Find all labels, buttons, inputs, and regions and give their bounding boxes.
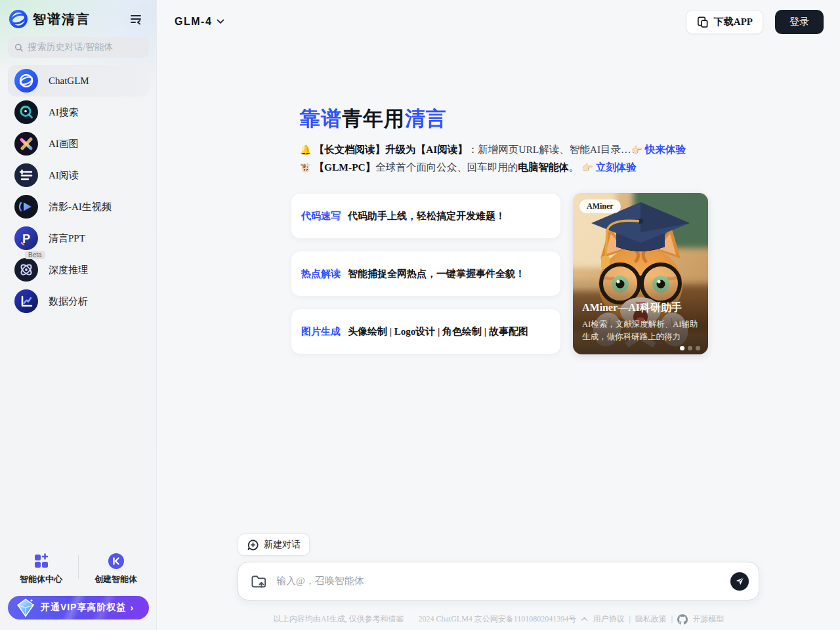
- divider: |: [671, 614, 673, 624]
- sidebar-item-label: ChatGLM: [49, 75, 89, 87]
- model-name: GLM-4: [175, 16, 212, 28]
- sidebar-item-label: AI阅读: [49, 169, 79, 182]
- ai-read-icon: [14, 163, 38, 187]
- carousel-dot-2[interactable]: [688, 346, 692, 350]
- sidebar-item-label: 清影-AI生视频: [49, 201, 112, 213]
- sidebar-item-ai-draw[interactable]: AI画图: [8, 128, 149, 159]
- chevron-down-icon: [217, 19, 224, 24]
- video-gen-icon: [14, 195, 38, 219]
- sidebar-item-ai-read[interactable]: AI阅读: [8, 159, 149, 191]
- aminer-description: AI检索，文献深度解析、AI辅助生成，做你科研路上的得力: [582, 318, 703, 343]
- card-hot-topics[interactable]: 热点解读 智能捕捉全网热点，一键掌握事件全貌！: [291, 251, 561, 297]
- announcements: 🔔【长文档阅读】升级为【AI阅读】：新增网页URL解读、智能AI目录…👉🏻快来体…: [300, 141, 726, 177]
- sidebar-item-deep-reasoning[interactable]: Beta 深度推理: [8, 254, 149, 285]
- announcement-1: 🔔【长文档阅读】升级为【AI阅读】：新增网页URL解读、智能AI目录…👉🏻快来体…: [300, 141, 726, 159]
- feature-cards: 代码速写 代码助手上线，轻松搞定开发难题！ 热点解读 智能捕捉全网热点，一键掌握…: [291, 193, 708, 354]
- github-icon[interactable]: [677, 614, 688, 625]
- chevron-up-icon[interactable]: [581, 617, 588, 621]
- privacy-link[interactable]: 隐私政策: [635, 614, 667, 625]
- vip-upgrade-banner[interactable]: 开通VIP享高阶权益 ›: [8, 596, 149, 620]
- hero-section: 靠谱青年用清言 🔔【长文档阅读】升级为【AI阅读】：新增网页URL解读、智能AI…: [300, 105, 726, 177]
- login-button[interactable]: 登录: [775, 10, 824, 34]
- deep-reasoning-icon: [14, 258, 38, 282]
- agent-center-icon: [33, 553, 50, 570]
- page-title: 靠谱青年用清言: [300, 105, 726, 133]
- bell-emoji: 🔔: [300, 145, 311, 155]
- chat-input[interactable]: [276, 576, 721, 587]
- divider: |: [629, 614, 630, 624]
- pointing-emoji: 👉🏻: [631, 145, 642, 155]
- card-tag: 热点解读: [301, 268, 341, 280]
- sidebar-header: 智谱清言: [9, 9, 147, 29]
- sidebar-item-label: 清言PPT: [49, 232, 85, 245]
- sidebar-item-label: 数据分析: [49, 295, 88, 308]
- upload-folder-icon[interactable]: [251, 574, 267, 589]
- open-source-link[interactable]: 开源模型: [692, 614, 724, 625]
- ai-search-icon: [14, 100, 38, 124]
- sidebar-item-ai-search[interactable]: AI搜索: [8, 96, 149, 128]
- aminer-title: AMiner—AI科研助手: [582, 301, 682, 315]
- download-app-label: 下载APP: [714, 16, 753, 28]
- sidebar-item-label: 深度推理: [49, 264, 88, 276]
- card-desc: 代码助手上线，轻松搞定开发难题！: [348, 210, 505, 222]
- data-analysis-icon: [14, 289, 38, 313]
- sidebar-item-qingyan-ppt[interactable]: P 清言PPT: [8, 222, 149, 254]
- ai-draw-icon: [14, 132, 38, 156]
- pointing-emoji: 👉🏻: [581, 163, 593, 173]
- sidebar-item-label: AI画图: [49, 138, 79, 150]
- new-chat-label: 新建对话: [264, 539, 301, 551]
- card-tag: 代码速写: [301, 210, 341, 222]
- brand-name: 智谱清言: [33, 10, 91, 28]
- ai-disclaimer: 以上内容均由AI生成, 仅供参考和借鉴: [274, 614, 404, 625]
- aminer-badge: AMiner: [579, 200, 621, 213]
- sidebar-bottom: 智能体中心 创建智能体: [0, 553, 157, 630]
- search-input[interactable]: [28, 42, 142, 52]
- try-now-link[interactable]: 快来体验: [645, 144, 686, 155]
- create-agent-button[interactable]: 创建智能体: [79, 553, 153, 585]
- ppt-icon: P: [14, 226, 38, 250]
- vip-label: 开通VIP享高阶权益: [41, 602, 127, 614]
- carousel-dot-1[interactable]: [680, 346, 684, 350]
- main-area: GLM-4 下载APP 登录 靠谱青年用清言 🔔【长文档阅读】升级为【AI阅: [158, 0, 840, 630]
- brand-logo[interactable]: 智谱清言: [9, 10, 91, 28]
- card-image-generation[interactable]: 图片生成 头像绘制 | Logo设计 | 角色绘制 | 故事配图: [291, 308, 561, 354]
- create-agent-icon: [108, 553, 125, 570]
- agent-center-button[interactable]: 智能体中心: [4, 553, 78, 585]
- svg-text:P: P: [22, 232, 30, 245]
- carousel-dots: [680, 346, 700, 350]
- send-button[interactable]: [730, 572, 749, 591]
- terms-link[interactable]: 用户协议: [593, 614, 624, 625]
- sidebar-item-qingying-video[interactable]: 清影-AI生视频: [8, 191, 149, 222]
- announcement-2: 🐮【GLM-PC】全球首个面向公众、回车即用的电脑智能体。 👉🏻立刻体验: [300, 159, 726, 177]
- sidebar-nav: ChatGLM AI搜索: [8, 65, 149, 317]
- sidebar-collapse-icon[interactable]: [127, 10, 144, 28]
- card-desc: 智能捕捉全网热点，一键掌握事件全貌！: [348, 268, 525, 280]
- carousel-dot-3[interactable]: [696, 346, 700, 350]
- search-icon: [14, 43, 23, 52]
- chevron-right-icon: ›: [130, 602, 133, 613]
- sidebar-item-label: AI搜索: [49, 106, 79, 119]
- gem-icon: [14, 597, 37, 619]
- icp-filing: 2024 ChatGLM4 京公网安备11010802041394号: [418, 614, 576, 625]
- sidebar-search[interactable]: [8, 37, 149, 58]
- chatglm-icon: [14, 69, 38, 93]
- experience-now-link[interactable]: 立刻体验: [596, 161, 637, 173]
- new-chat-icon: [247, 539, 259, 551]
- chat-input-bar[interactable]: [238, 562, 759, 600]
- card-code-writing[interactable]: 代码速写 代码助手上线，轻松搞定开发难题！: [291, 193, 561, 239]
- sidebar-item-chatglm[interactable]: ChatGLM: [8, 65, 149, 96]
- agent-center-label: 智能体中心: [20, 574, 62, 585]
- chatglm-app: 智谱清言: [0, 0, 840, 630]
- download-app-button[interactable]: 下载APP: [686, 10, 763, 34]
- footer: 以上内容均由AI生成, 仅供参考和借鉴 2024 ChatGLM4 京公网安备1…: [158, 614, 840, 625]
- beta-badge: Beta: [25, 251, 45, 259]
- create-agent-label: 创建智能体: [94, 574, 137, 585]
- new-chat-button[interactable]: 新建对话: [238, 534, 310, 556]
- model-selector[interactable]: GLM-4: [175, 16, 224, 28]
- sidebar-item-data-analysis[interactable]: 数据分析: [8, 285, 149, 317]
- card-desc: 头像绘制 | Logo设计 | 角色绘制 | 故事配图: [348, 326, 528, 338]
- devices-icon: [696, 16, 709, 28]
- aminer-promo-card[interactable]: AMiner AMiner—AI科研助手 AI检索，文献深度解析、AI辅助生成，…: [573, 193, 708, 354]
- login-label: 登录: [789, 16, 809, 28]
- zhipu-logo-icon: [9, 10, 28, 28]
